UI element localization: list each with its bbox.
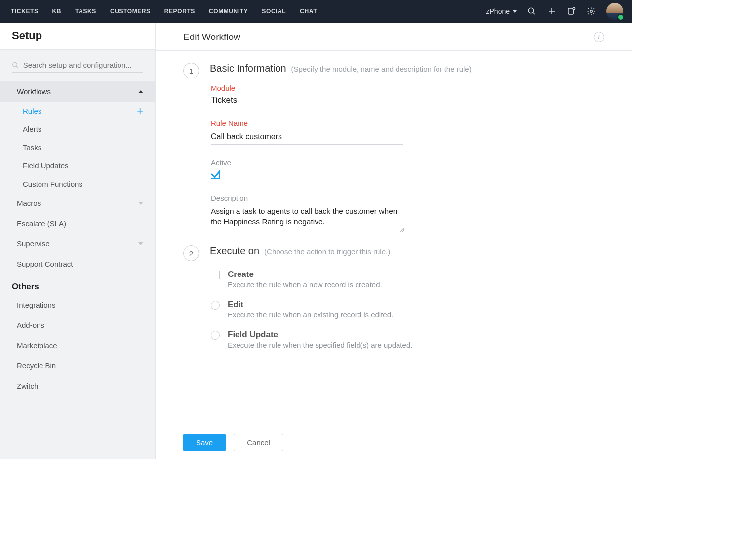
brand-switcher[interactable]: zPhone [486,7,517,15]
radio-icon[interactable] [211,301,220,310]
sidebar-section-others: Others [0,274,155,295]
radio-icon[interactable] [211,331,220,340]
chevron-up-icon [138,90,143,93]
cancel-button[interactable]: Cancel [234,434,283,451]
nav-tasks[interactable]: TASKS [75,8,96,15]
sidebar-item-label: Custom Functions [23,180,82,188]
module-label: Module [211,84,604,92]
sidebar-item-label: Alerts [23,125,41,133]
sidebar-item-label: Zwitch [17,382,38,390]
sidebar-item-label: Add-ons [17,321,44,329]
step-title: Basic Information [210,63,286,74]
step-number: 2 [183,245,199,261]
step-subtitle: (Choose the action to trigger this rule.… [264,247,390,256]
step-title: Execute on [210,245,259,257]
checkbox-icon[interactable] [211,271,220,279]
svg-point-6 [590,10,593,13]
resize-handle-icon[interactable] [399,227,404,232]
sidebar-item-label: Supervise [17,239,50,248]
top-nav-left: TICKETS KB TASKS CUSTOMERS REPORTS COMMU… [11,8,317,15]
sidebar-item-alerts[interactable]: Alerts [0,120,155,138]
sidebar-item-label: Integrations [17,301,55,309]
step-execute-on: 2 Execute on (Choose the action to trigg… [183,245,604,360]
save-button[interactable]: Save [183,434,226,451]
svg-point-7 [13,62,17,67]
nav-social[interactable]: SOCIAL [262,8,286,15]
chevron-down-icon [138,202,143,205]
sidebar-item-label: Marketplace [17,341,57,350]
option-desc: Execute the rule when the specified fiel… [228,341,412,349]
sidebar-item-label: Rules [23,107,41,115]
option-desc: Execute the rule when a new record is cr… [228,280,382,289]
top-nav-right: zPhone [486,3,623,20]
search-icon[interactable] [527,7,536,16]
description-label: Description [211,194,604,202]
sidebar-item-macros[interactable]: Macros [0,193,155,213]
sidebar-item-custom-functions[interactable]: Custom Functions [0,175,155,193]
sidebar-item-marketplace[interactable]: Marketplace [0,335,155,355]
sidebar-item-label: Tasks [23,143,41,152]
option-title: Edit [228,300,393,310]
gear-icon[interactable] [587,7,596,16]
page-title: Edit Workflow [183,32,240,42]
active-checkbox[interactable] [211,170,220,179]
info-icon[interactable]: i [594,32,604,42]
sidebar-item-support-contract[interactable]: Support Contract [0,254,155,274]
svg-line-8 [16,66,18,67]
sidebar-item-label: Macros [17,199,41,207]
chevron-down-icon [138,242,143,245]
description-textarea[interactable] [211,205,403,229]
brand-label: zPhone [486,7,510,15]
active-label: Active [211,158,604,167]
option-desc: Execute the rule when an existing record… [228,311,393,319]
sidebar-item-zwitch[interactable]: Zwitch [0,376,155,396]
sidebar-item-label: Recycle Bin [17,361,56,370]
main-column: Edit Workflow i 1 Basic Information (Spe… [156,23,632,459]
sidebar-item-label: Workflows [17,87,51,96]
rule-name-label: Rule Name [211,119,604,127]
nav-kb[interactable]: KB [52,8,62,15]
nav-community[interactable]: COMMUNITY [209,8,248,15]
nav-reports[interactable]: REPORTS [164,8,195,15]
sidebar-item-addons[interactable]: Add-ons [0,315,155,335]
footer-actions: Save Cancel [156,426,632,459]
sidebar-item-recycle-bin[interactable]: Recycle Bin [0,355,155,376]
left-column: Setup Workflows Rules + Alerts [0,23,156,459]
main-header: Edit Workflow i [156,23,632,51]
nav-tickets[interactable]: TICKETS [11,8,39,15]
avatar[interactable] [606,3,623,20]
svg-point-5 [573,8,575,10]
sidebar-item-workflows[interactable]: Workflows [0,81,155,102]
sidebar-item-label: Escalate (SLA) [17,219,66,228]
sidebar-item-rules[interactable]: Rules + [0,102,155,120]
notifications-icon[interactable] [567,7,576,16]
execute-option-create[interactable]: Create Execute the rule when a new recor… [211,270,604,289]
svg-point-0 [528,8,534,13]
nav-customers[interactable]: CUSTOMERS [110,8,151,15]
option-title: Create [228,270,382,279]
setup-search[interactable] [12,58,143,73]
sidebar-item-supervise[interactable]: Supervise [0,234,155,254]
sidebar-item-integrations[interactable]: Integrations [0,295,155,315]
sidebar-item-label: Support Contract [17,260,73,268]
plus-icon[interactable] [547,7,556,16]
execute-option-field-update[interactable]: Field Update Execute the rule when the s… [211,330,604,349]
option-title: Field Update [228,330,412,340]
step-number: 1 [183,63,199,78]
step-basic-information: 1 Basic Information (Specify the module,… [183,63,604,231]
sidebar-item-field-updates[interactable]: Field Updates [0,157,155,175]
setup-title: Setup [12,29,143,42]
sidebar-item-escalate[interactable]: Escalate (SLA) [0,213,155,234]
sidebar-item-label: Field Updates [23,161,69,170]
top-nav: TICKETS KB TASKS CUSTOMERS REPORTS COMMU… [0,0,632,23]
execute-option-edit[interactable]: Edit Execute the rule when an existing r… [211,300,604,319]
setup-search-input[interactable] [23,61,143,69]
module-value: Tickets [211,95,604,105]
svg-line-1 [533,12,535,14]
search-icon [12,61,19,69]
rule-name-input[interactable] [211,130,403,145]
sidebar-item-tasks[interactable]: Tasks [0,138,155,157]
step-subtitle: (Specify the module, name and descriptio… [291,65,472,73]
nav-chat[interactable]: CHAT [300,8,317,15]
chevron-down-icon [513,10,517,13]
